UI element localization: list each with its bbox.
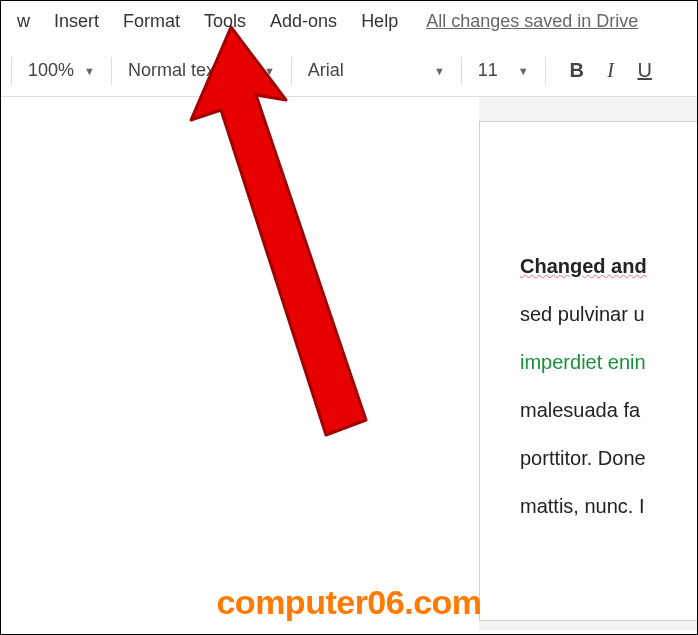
doc-line: sed pulvinar u	[520, 290, 697, 338]
menu-format[interactable]: Format	[111, 9, 192, 34]
zoom-select[interactable]: 100% ▼	[18, 45, 105, 96]
menu-help[interactable]: Help	[349, 9, 410, 34]
paragraph-style-select[interactable]: Normal text ▼	[118, 45, 285, 96]
menu-addons[interactable]: Add-ons	[258, 9, 349, 34]
doc-line: mattis, nunc. I	[520, 482, 697, 530]
zoom-value: 100%	[28, 60, 74, 81]
left-margin	[1, 97, 479, 630]
caret-down-icon: ▼	[264, 65, 275, 77]
menu-insert[interactable]: Insert	[42, 9, 111, 34]
italic-button[interactable]: I	[594, 59, 628, 82]
workspace: Changed and sed pulvinar u imperdiet eni…	[1, 97, 697, 630]
underline-button[interactable]: U	[628, 59, 662, 82]
font-size-value: 11	[478, 60, 498, 81]
font-family-select[interactable]: Arial ▼	[298, 45, 455, 96]
paragraph-style-value: Normal text	[128, 60, 220, 81]
caret-down-icon: ▼	[518, 65, 529, 77]
toolbar: 100% ▼ Normal text ▼ Arial ▼ 11 ▼ B I U	[1, 45, 697, 97]
menubar: w Insert Format Tools Add-ons Help All c…	[1, 1, 697, 45]
menu-tools[interactable]: Tools	[192, 9, 258, 34]
font-size-select[interactable]: 11 ▼	[468, 45, 539, 96]
bold-button[interactable]: B	[560, 59, 594, 82]
save-status[interactable]: All changes saved in Drive	[426, 11, 638, 32]
menu-view[interactable]: w	[5, 9, 42, 34]
caret-down-icon: ▼	[434, 65, 445, 77]
doc-line: imperdiet enin	[520, 338, 697, 386]
document-page[interactable]: Changed and sed pulvinar u imperdiet eni…	[479, 121, 697, 621]
doc-line: malesuada fa	[520, 386, 697, 434]
doc-line: Changed and	[520, 242, 697, 290]
doc-line: porttitor. Done	[520, 434, 697, 482]
toolbar-separator	[111, 57, 112, 85]
toolbar-separator	[11, 57, 12, 85]
font-family-value: Arial	[308, 60, 344, 81]
page-container: Changed and sed pulvinar u imperdiet eni…	[479, 97, 697, 630]
toolbar-separator	[461, 57, 462, 85]
toolbar-separator	[291, 57, 292, 85]
caret-down-icon: ▼	[84, 65, 95, 77]
toolbar-separator	[545, 57, 546, 85]
